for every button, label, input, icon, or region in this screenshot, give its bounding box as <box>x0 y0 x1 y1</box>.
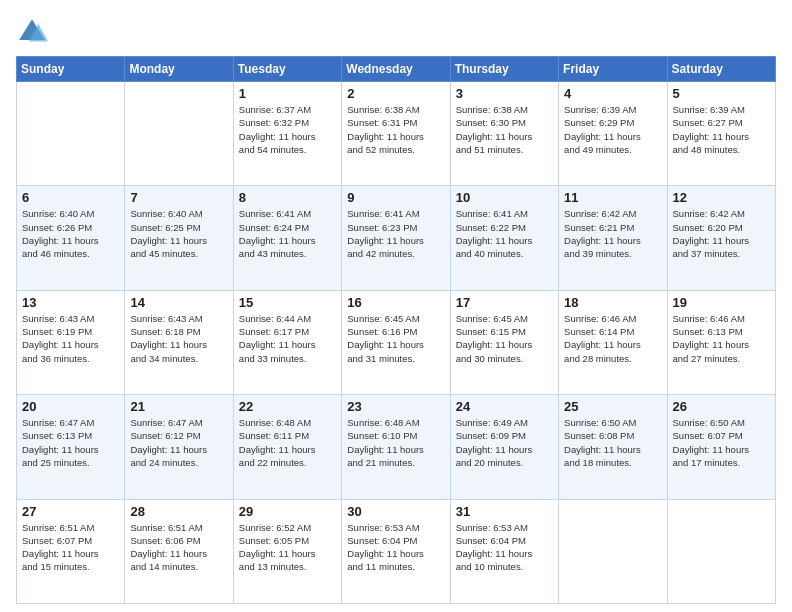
day-info: Sunrise: 6:40 AM Sunset: 6:26 PM Dayligh… <box>22 207 119 260</box>
day-info: Sunrise: 6:53 AM Sunset: 6:04 PM Dayligh… <box>347 521 444 574</box>
calendar-cell: 26Sunrise: 6:50 AM Sunset: 6:07 PM Dayli… <box>667 395 775 499</box>
weekday-header-row: SundayMondayTuesdayWednesdayThursdayFrid… <box>17 57 776 82</box>
calendar-cell: 2Sunrise: 6:38 AM Sunset: 6:31 PM Daylig… <box>342 82 450 186</box>
calendar-cell: 28Sunrise: 6:51 AM Sunset: 6:06 PM Dayli… <box>125 499 233 603</box>
calendar-cell <box>125 82 233 186</box>
day-number: 25 <box>564 399 661 414</box>
day-number: 21 <box>130 399 227 414</box>
day-info: Sunrise: 6:41 AM Sunset: 6:24 PM Dayligh… <box>239 207 336 260</box>
day-info: Sunrise: 6:39 AM Sunset: 6:27 PM Dayligh… <box>673 103 770 156</box>
day-number: 26 <box>673 399 770 414</box>
day-info: Sunrise: 6:46 AM Sunset: 6:14 PM Dayligh… <box>564 312 661 365</box>
calendar-cell: 4Sunrise: 6:39 AM Sunset: 6:29 PM Daylig… <box>559 82 667 186</box>
day-number: 20 <box>22 399 119 414</box>
day-info: Sunrise: 6:51 AM Sunset: 6:06 PM Dayligh… <box>130 521 227 574</box>
weekday-header-saturday: Saturday <box>667 57 775 82</box>
day-number: 4 <box>564 86 661 101</box>
day-info: Sunrise: 6:37 AM Sunset: 6:32 PM Dayligh… <box>239 103 336 156</box>
logo <box>16 16 52 48</box>
day-info: Sunrise: 6:38 AM Sunset: 6:30 PM Dayligh… <box>456 103 553 156</box>
calendar-cell: 9Sunrise: 6:41 AM Sunset: 6:23 PM Daylig… <box>342 186 450 290</box>
day-number: 30 <box>347 504 444 519</box>
weekday-header-wednesday: Wednesday <box>342 57 450 82</box>
weekday-header-thursday: Thursday <box>450 57 558 82</box>
calendar-cell: 23Sunrise: 6:48 AM Sunset: 6:10 PM Dayli… <box>342 395 450 499</box>
day-info: Sunrise: 6:41 AM Sunset: 6:22 PM Dayligh… <box>456 207 553 260</box>
day-number: 8 <box>239 190 336 205</box>
calendar-cell: 29Sunrise: 6:52 AM Sunset: 6:05 PM Dayli… <box>233 499 341 603</box>
calendar-cell: 21Sunrise: 6:47 AM Sunset: 6:12 PM Dayli… <box>125 395 233 499</box>
calendar-week-4: 20Sunrise: 6:47 AM Sunset: 6:13 PM Dayli… <box>17 395 776 499</box>
day-number: 27 <box>22 504 119 519</box>
day-info: Sunrise: 6:50 AM Sunset: 6:07 PM Dayligh… <box>673 416 770 469</box>
calendar-cell: 24Sunrise: 6:49 AM Sunset: 6:09 PM Dayli… <box>450 395 558 499</box>
calendar-cell: 22Sunrise: 6:48 AM Sunset: 6:11 PM Dayli… <box>233 395 341 499</box>
day-info: Sunrise: 6:50 AM Sunset: 6:08 PM Dayligh… <box>564 416 661 469</box>
calendar-cell: 20Sunrise: 6:47 AM Sunset: 6:13 PM Dayli… <box>17 395 125 499</box>
day-number: 12 <box>673 190 770 205</box>
day-number: 17 <box>456 295 553 310</box>
calendar-cell: 8Sunrise: 6:41 AM Sunset: 6:24 PM Daylig… <box>233 186 341 290</box>
calendar-week-5: 27Sunrise: 6:51 AM Sunset: 6:07 PM Dayli… <box>17 499 776 603</box>
day-number: 2 <box>347 86 444 101</box>
calendar-cell: 17Sunrise: 6:45 AM Sunset: 6:15 PM Dayli… <box>450 290 558 394</box>
calendar-cell: 10Sunrise: 6:41 AM Sunset: 6:22 PM Dayli… <box>450 186 558 290</box>
day-info: Sunrise: 6:45 AM Sunset: 6:15 PM Dayligh… <box>456 312 553 365</box>
calendar: SundayMondayTuesdayWednesdayThursdayFrid… <box>16 56 776 604</box>
day-number: 14 <box>130 295 227 310</box>
day-info: Sunrise: 6:38 AM Sunset: 6:31 PM Dayligh… <box>347 103 444 156</box>
day-info: Sunrise: 6:47 AM Sunset: 6:12 PM Dayligh… <box>130 416 227 469</box>
day-number: 31 <box>456 504 553 519</box>
calendar-cell <box>17 82 125 186</box>
calendar-cell: 7Sunrise: 6:40 AM Sunset: 6:25 PM Daylig… <box>125 186 233 290</box>
day-info: Sunrise: 6:44 AM Sunset: 6:17 PM Dayligh… <box>239 312 336 365</box>
page: SundayMondayTuesdayWednesdayThursdayFrid… <box>0 0 792 612</box>
day-number: 11 <box>564 190 661 205</box>
day-info: Sunrise: 6:40 AM Sunset: 6:25 PM Dayligh… <box>130 207 227 260</box>
header <box>16 16 776 48</box>
weekday-header-monday: Monday <box>125 57 233 82</box>
weekday-header-tuesday: Tuesday <box>233 57 341 82</box>
day-number: 3 <box>456 86 553 101</box>
day-number: 18 <box>564 295 661 310</box>
calendar-week-2: 6Sunrise: 6:40 AM Sunset: 6:26 PM Daylig… <box>17 186 776 290</box>
day-info: Sunrise: 6:42 AM Sunset: 6:20 PM Dayligh… <box>673 207 770 260</box>
day-number: 19 <box>673 295 770 310</box>
day-number: 23 <box>347 399 444 414</box>
day-info: Sunrise: 6:45 AM Sunset: 6:16 PM Dayligh… <box>347 312 444 365</box>
day-number: 6 <box>22 190 119 205</box>
calendar-cell: 16Sunrise: 6:45 AM Sunset: 6:16 PM Dayli… <box>342 290 450 394</box>
day-info: Sunrise: 6:46 AM Sunset: 6:13 PM Dayligh… <box>673 312 770 365</box>
day-info: Sunrise: 6:48 AM Sunset: 6:11 PM Dayligh… <box>239 416 336 469</box>
calendar-cell: 12Sunrise: 6:42 AM Sunset: 6:20 PM Dayli… <box>667 186 775 290</box>
day-info: Sunrise: 6:42 AM Sunset: 6:21 PM Dayligh… <box>564 207 661 260</box>
calendar-cell: 31Sunrise: 6:53 AM Sunset: 6:04 PM Dayli… <box>450 499 558 603</box>
calendar-cell: 6Sunrise: 6:40 AM Sunset: 6:26 PM Daylig… <box>17 186 125 290</box>
calendar-cell: 15Sunrise: 6:44 AM Sunset: 6:17 PM Dayli… <box>233 290 341 394</box>
day-info: Sunrise: 6:49 AM Sunset: 6:09 PM Dayligh… <box>456 416 553 469</box>
calendar-cell: 11Sunrise: 6:42 AM Sunset: 6:21 PM Dayli… <box>559 186 667 290</box>
calendar-cell: 25Sunrise: 6:50 AM Sunset: 6:08 PM Dayli… <box>559 395 667 499</box>
calendar-cell: 13Sunrise: 6:43 AM Sunset: 6:19 PM Dayli… <box>17 290 125 394</box>
day-info: Sunrise: 6:43 AM Sunset: 6:18 PM Dayligh… <box>130 312 227 365</box>
calendar-cell: 18Sunrise: 6:46 AM Sunset: 6:14 PM Dayli… <box>559 290 667 394</box>
calendar-cell <box>559 499 667 603</box>
day-number: 13 <box>22 295 119 310</box>
calendar-cell: 14Sunrise: 6:43 AM Sunset: 6:18 PM Dayli… <box>125 290 233 394</box>
calendar-week-1: 1Sunrise: 6:37 AM Sunset: 6:32 PM Daylig… <box>17 82 776 186</box>
day-info: Sunrise: 6:53 AM Sunset: 6:04 PM Dayligh… <box>456 521 553 574</box>
day-info: Sunrise: 6:51 AM Sunset: 6:07 PM Dayligh… <box>22 521 119 574</box>
calendar-cell: 3Sunrise: 6:38 AM Sunset: 6:30 PM Daylig… <box>450 82 558 186</box>
day-info: Sunrise: 6:39 AM Sunset: 6:29 PM Dayligh… <box>564 103 661 156</box>
day-info: Sunrise: 6:41 AM Sunset: 6:23 PM Dayligh… <box>347 207 444 260</box>
day-number: 10 <box>456 190 553 205</box>
day-number: 16 <box>347 295 444 310</box>
calendar-cell: 30Sunrise: 6:53 AM Sunset: 6:04 PM Dayli… <box>342 499 450 603</box>
calendar-cell: 27Sunrise: 6:51 AM Sunset: 6:07 PM Dayli… <box>17 499 125 603</box>
day-info: Sunrise: 6:52 AM Sunset: 6:05 PM Dayligh… <box>239 521 336 574</box>
weekday-header-sunday: Sunday <box>17 57 125 82</box>
day-number: 5 <box>673 86 770 101</box>
day-number: 1 <box>239 86 336 101</box>
day-number: 7 <box>130 190 227 205</box>
calendar-cell: 5Sunrise: 6:39 AM Sunset: 6:27 PM Daylig… <box>667 82 775 186</box>
